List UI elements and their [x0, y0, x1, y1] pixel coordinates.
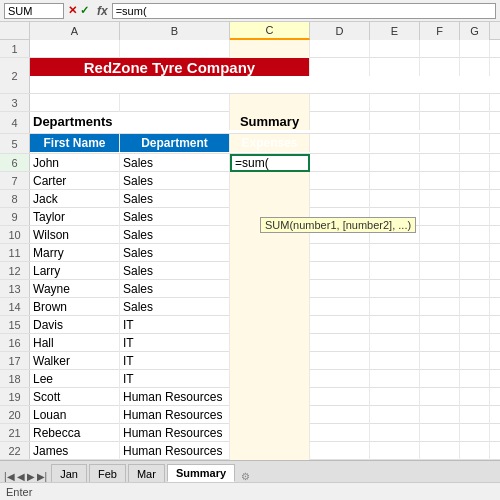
table-row: 6 John Sales =sum( [0, 154, 500, 172]
sheet-tabs-bar: |◀ ◀ ▶ ▶| Jan Feb Mar Summary ⚙ [0, 460, 500, 482]
col-header-g[interactable]: G [460, 22, 490, 40]
tab-feb[interactable]: Feb [89, 464, 126, 482]
col-header-d[interactable]: D [310, 22, 370, 40]
col-header-e[interactable]: E [370, 22, 420, 40]
company-title[interactable]: RedZone Tyre Company [30, 58, 310, 76]
active-cell[interactable]: =sum( [230, 154, 310, 172]
table-row: 16HallIT [0, 334, 500, 352]
table-row: 19ScottHuman Resources [0, 388, 500, 406]
col-header-a[interactable]: A [30, 22, 120, 40]
table-row: 10WilsonSales [0, 226, 500, 244]
department-header[interactable]: Department [120, 134, 230, 152]
table-row: 14BrownSales [0, 298, 500, 316]
formula-tooltip: SUM(number1, [number2], ...) [260, 217, 416, 233]
tab-jan[interactable]: Jan [51, 464, 87, 482]
status-bar: Enter [0, 482, 500, 500]
tab-navigation: |◀ ◀ ▶ ▶| [4, 471, 47, 482]
table-row: 8JackSales [0, 190, 500, 208]
col-header-b[interactable]: B [120, 22, 230, 40]
status-text: Enter [6, 486, 32, 498]
row-num-header [0, 22, 30, 39]
col-header-c[interactable]: C [230, 22, 310, 40]
expenses-header[interactable]: Expenses [230, 134, 310, 152]
firstname-header[interactable]: First Name [30, 134, 120, 152]
table-row: 15DavisIT [0, 316, 500, 334]
col-header-f[interactable]: F [420, 22, 460, 40]
table-row: 4 Departments Summary [0, 112, 500, 134]
table-row: 1 [0, 40, 500, 58]
table-row: 18LeeIT [0, 370, 500, 388]
table-row: 7CarterSales [0, 172, 500, 190]
table-row: 5 First Name Department Expenses [0, 134, 500, 154]
tab-summary[interactable]: Summary [167, 464, 235, 482]
table-row: 21RebeccaHuman Resources [0, 424, 500, 442]
table-row: 9TaylorSales [0, 208, 500, 226]
tab-nav-last[interactable]: ▶| [37, 471, 48, 482]
tab-nav-first[interactable]: |◀ [4, 471, 15, 482]
table-row: 11MarrySales [0, 244, 500, 262]
cancel-icon[interactable]: ✕ [68, 4, 77, 17]
table-row: 20LouanHuman Resources [0, 406, 500, 424]
table-row: 2 RedZone Tyre Company [0, 58, 500, 94]
table-row: 13WayneSales [0, 280, 500, 298]
confirm-icon[interactable]: ✓ [80, 4, 89, 17]
grid: A B C D E F G 1 2 RedZon [0, 22, 500, 460]
column-headers: A B C D E F G [0, 22, 500, 40]
departments-label[interactable]: Departments [30, 112, 230, 130]
tab-scroll-icon: ⚙ [241, 471, 250, 482]
formula-input[interactable]: =sum( [112, 3, 496, 19]
tab-nav-next[interactable]: ▶ [27, 471, 35, 482]
fx-icon: fx [97, 4, 108, 18]
grid-body: 1 2 RedZone Tyre Company [0, 40, 500, 460]
tab-nav-prev[interactable]: ◀ [17, 471, 25, 482]
tab-mar[interactable]: Mar [128, 464, 165, 482]
formula-icons: ✕ ✓ [68, 4, 89, 17]
summary-label[interactable]: Summary [230, 112, 310, 130]
formula-bar-area: SUM ✕ ✓ fx =sum( [0, 0, 500, 22]
table-row: 3 [0, 94, 500, 112]
table-row: 17WalkerIT [0, 352, 500, 370]
table-row: 12LarrySales [0, 262, 500, 280]
spreadsheet-app: SUM ✕ ✓ fx =sum( A B C D E F G 1 [0, 0, 500, 500]
name-box[interactable]: SUM [4, 3, 64, 19]
table-row: 22JamesHuman Resources [0, 442, 500, 460]
